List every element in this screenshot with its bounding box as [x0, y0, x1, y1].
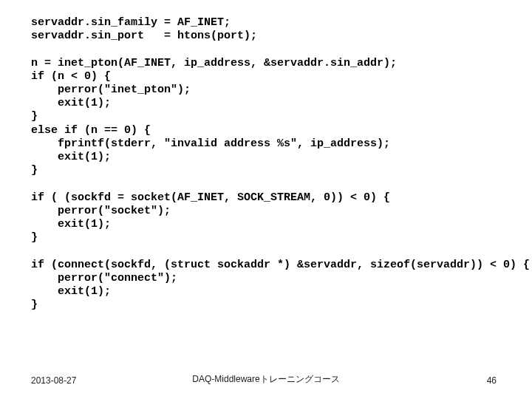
footer-title: DAQ-Middlewareトレーニングコース	[0, 373, 532, 386]
code-block: servaddr.sin_family = AF_INET; servaddr.…	[31, 16, 517, 312]
footer-page-number: 46	[487, 375, 497, 386]
